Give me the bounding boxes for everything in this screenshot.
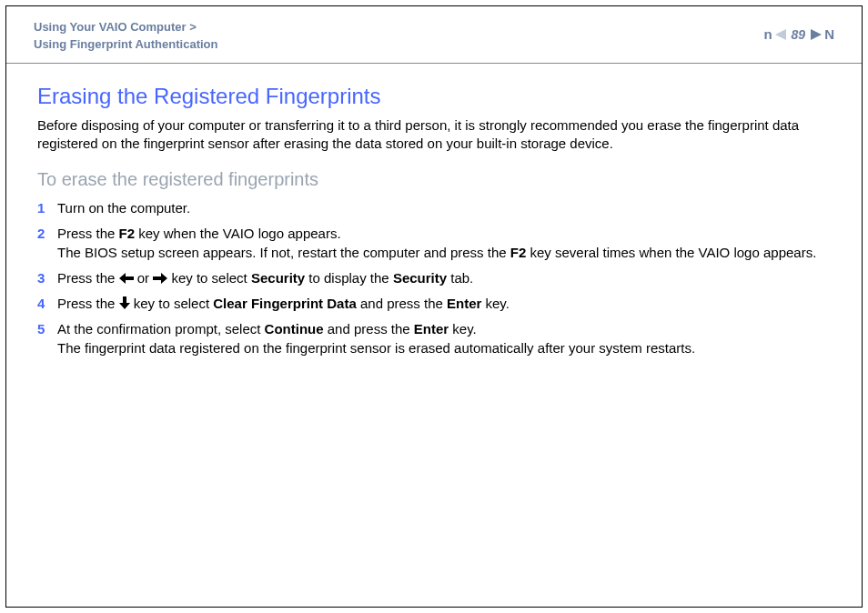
- step-text: Turn on the computer.: [57, 199, 831, 217]
- step-item: 4 Press the key to select Clear Fingerpr…: [37, 295, 831, 313]
- text-run: key.: [481, 296, 510, 311]
- bold-term: Security: [393, 270, 447, 286]
- text-run: tab.: [447, 270, 473, 286]
- text-run: Press the: [57, 270, 119, 286]
- bold-term: Security: [251, 270, 305, 286]
- text-run: and press the: [357, 296, 447, 311]
- text-run: The BIOS setup screen appears. If not, r…: [57, 245, 510, 260]
- text-run: key when the VAIO logo appears.: [135, 226, 341, 241]
- subheading: To erase the registered fingerprints: [37, 169, 831, 190]
- step-number: 3: [37, 269, 57, 287]
- page-number: 89: [792, 27, 806, 42]
- step-item: 1 Turn on the computer.: [37, 199, 831, 217]
- page-navigation: n 89 N: [766, 19, 834, 42]
- intro-paragraph: Before disposing of your computer or tra…: [37, 116, 831, 154]
- page-title: Erasing the Registered Fingerprints: [37, 84, 831, 109]
- arrow-left-icon: [119, 273, 134, 284]
- step-text: At the confirmation prompt, select Conti…: [57, 320, 831, 357]
- step-item: 2 Press the F2 key when the VAIO logo ap…: [37, 225, 831, 262]
- text-run: key.: [449, 321, 477, 337]
- step-item: 5 At the confirmation prompt, select Con…: [37, 320, 831, 357]
- steps-list: 1 Turn on the computer. 2 Press the F2 k…: [37, 199, 831, 357]
- step-number: 5: [37, 320, 57, 338]
- step-text: Press the or key to select Security to d…: [57, 269, 831, 287]
- text-run: and press the: [324, 321, 414, 337]
- bold-term: Clear Fingerprint Data: [213, 296, 357, 311]
- text-run: to display the: [305, 270, 393, 286]
- step-text: Press the key to select Clear Fingerprin…: [57, 295, 831, 313]
- nav-N-label: N: [824, 26, 834, 42]
- step-number: 4: [37, 295, 57, 313]
- step-item: 3 Press the or key to select Security to…: [37, 269, 831, 287]
- text-run: key to select: [134, 296, 214, 311]
- text-run: The fingerprint data registered on the f…: [57, 340, 695, 356]
- text-run: Press the: [57, 226, 119, 241]
- nav-n-label: n: [763, 26, 772, 42]
- text-run: key several times when the VAIO logo app…: [526, 245, 816, 260]
- text-run: At the confirmation prompt, select: [57, 321, 265, 337]
- arrow-down-icon: [119, 296, 130, 309]
- bold-term: Continue: [265, 321, 324, 337]
- step-number: 2: [37, 225, 57, 243]
- document-page: Using Your VAIO Computer > Using Fingerp…: [5, 5, 863, 608]
- step-number: 1: [37, 199, 57, 217]
- bold-key: Enter: [414, 321, 449, 337]
- header-divider: [6, 63, 862, 64]
- step-text: Press the F2 key when the VAIO logo appe…: [57, 225, 831, 262]
- text-run: key to select: [171, 270, 251, 286]
- breadcrumb-line-2: Using Fingerprint Authentication: [34, 36, 217, 54]
- prev-page-icon[interactable]: [775, 29, 786, 40]
- bold-key: F2: [510, 245, 527, 260]
- breadcrumb: Using Your VAIO Computer > Using Fingerp…: [34, 19, 217, 54]
- text-run: Press the: [57, 296, 119, 311]
- bold-key: Enter: [447, 296, 481, 311]
- breadcrumb-line-1: Using Your VAIO Computer >: [34, 19, 217, 36]
- bold-key: F2: [119, 226, 136, 241]
- page-header: Using Your VAIO Computer > Using Fingerp…: [34, 19, 834, 54]
- page-content: Erasing the Registered Fingerprints Befo…: [34, 84, 834, 357]
- text-run: or: [137, 270, 154, 286]
- next-page-icon[interactable]: [811, 29, 822, 40]
- arrow-right-icon: [153, 273, 167, 284]
